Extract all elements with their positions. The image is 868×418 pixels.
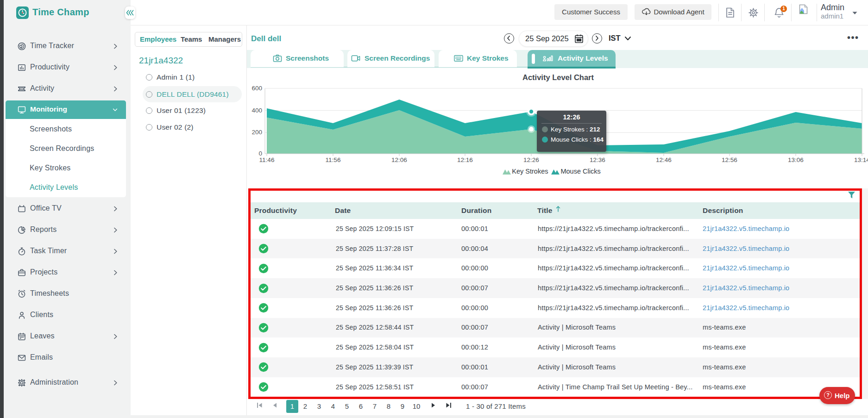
svg-text:600: 600 bbox=[252, 85, 262, 92]
svg-text:12:26: 12:26 bbox=[523, 156, 539, 163]
svg-text:13:14: 13:14 bbox=[854, 156, 868, 163]
svg-text:12:06: 12:06 bbox=[391, 156, 407, 163]
svg-text:400: 400 bbox=[252, 107, 262, 114]
svg-text:12:46: 12:46 bbox=[656, 156, 672, 163]
svg-text:13:06: 13:06 bbox=[788, 156, 804, 163]
svg-text:12:16: 12:16 bbox=[457, 156, 473, 163]
svg-text:200: 200 bbox=[252, 129, 262, 136]
svg-text:11:46: 11:46 bbox=[259, 156, 275, 163]
svg-text:12:36: 12:36 bbox=[590, 156, 605, 163]
svg-text:11:56: 11:56 bbox=[326, 156, 341, 163]
svg-text:12:56: 12:56 bbox=[722, 156, 737, 163]
svg-text:0: 0 bbox=[258, 150, 262, 157]
